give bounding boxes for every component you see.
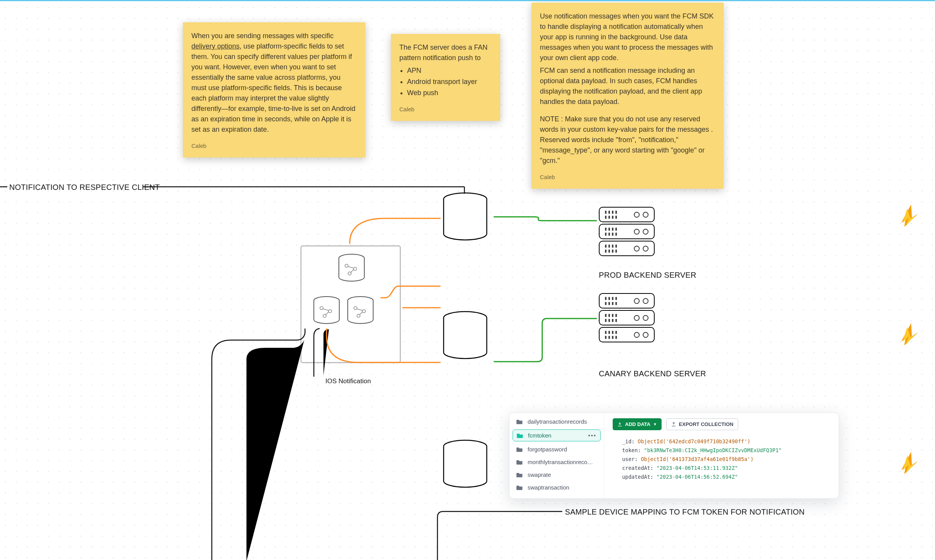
export-icon bbox=[671, 422, 676, 427]
download-icon bbox=[617, 422, 622, 427]
caret-down-icon: ▼ bbox=[653, 422, 657, 426]
note-list-item: Android transport layer bbox=[407, 77, 492, 87]
folder-icon bbox=[516, 447, 523, 452]
note-link-delivery-options[interactable]: delivery options bbox=[191, 42, 240, 50]
label-ios-notification: IOS Notification bbox=[325, 377, 371, 385]
note-author: Caleb bbox=[399, 105, 492, 114]
note-author: Caleb bbox=[191, 142, 357, 151]
sticky-note-delivery-options[interactable]: When you are sending messages with speci… bbox=[183, 22, 365, 158]
sticky-note-fcm-usage[interactable]: Use notification messages when you want … bbox=[531, 3, 724, 189]
folder-icon bbox=[516, 419, 523, 424]
note-list-item: APN bbox=[407, 65, 492, 76]
more-icon[interactable]: ••• bbox=[588, 432, 597, 439]
collection-label: swaprate bbox=[528, 471, 551, 478]
client-bundle-panel bbox=[300, 245, 401, 363]
label-canary-server: CANARY BACKEND SERVER bbox=[599, 369, 706, 378]
note-list-item: Web push bbox=[407, 88, 492, 98]
collection-label: swaptransaction bbox=[528, 484, 569, 491]
note-text: FCM can send a notification message incl… bbox=[540, 65, 715, 107]
db-mini-icon bbox=[313, 296, 340, 326]
collection-label: forgotpassword bbox=[528, 446, 567, 453]
collection-item[interactable]: swaptransaction bbox=[509, 481, 604, 494]
label-prod-server: PROD BACKEND SERVER bbox=[599, 271, 696, 280]
firebase-db-top bbox=[442, 192, 935, 244]
button-label: EXPORT COLLECTION bbox=[679, 421, 734, 427]
folder-icon bbox=[516, 472, 523, 478]
note-text: Use notification messages when you want … bbox=[540, 11, 715, 63]
folder-icon bbox=[516, 459, 523, 465]
firebase-db-mid bbox=[442, 311, 935, 362]
folder-icon bbox=[516, 485, 523, 490]
note-text: NOTE : Make sure that you do not use any… bbox=[540, 114, 715, 166]
button-label: ADD DATA bbox=[625, 421, 650, 427]
collection-list: dailytransactionrecords fcmtoken ••• for… bbox=[509, 413, 604, 498]
label-notification-to-client: NOTIFICATION TO RESPECTIVE CLIENT bbox=[9, 183, 160, 192]
note-text: The FCM server does a FAN pattern notifi… bbox=[399, 42, 492, 63]
document-json: _id: ObjectId('642edcd7c049f710b32490ff'… bbox=[613, 437, 830, 481]
collection-label: fcmtoken bbox=[528, 432, 551, 439]
label-sample-mapping: SAMPLE DEVICE MAPPING TO FCM TOKEN FOR N… bbox=[565, 508, 804, 516]
document-view: ADD DATA ▼ EXPORT COLLECTION _id: Object… bbox=[604, 413, 839, 498]
note-text: When you are sending messages with speci… bbox=[191, 32, 333, 40]
note-author: Caleb bbox=[540, 173, 715, 182]
add-data-button[interactable]: ADD DATA ▼ bbox=[613, 418, 662, 430]
collection-item-selected[interactable]: fcmtoken ••• bbox=[513, 429, 601, 441]
folder-icon bbox=[517, 433, 523, 438]
note-text: , use platform-specific fields to set th… bbox=[191, 42, 355, 133]
sticky-note-fan-pattern[interactable]: The FCM server does a FAN pattern notifi… bbox=[391, 34, 500, 121]
export-collection-button[interactable]: EXPORT COLLECTION bbox=[666, 418, 739, 430]
db-mini-icon bbox=[338, 253, 365, 283]
collection-item[interactable]: monthlytransactionreco… bbox=[509, 456, 604, 468]
collection-item[interactable]: dailytransactionrecords bbox=[509, 415, 604, 428]
mongo-panel[interactable]: dailytransactionrecords fcmtoken ••• for… bbox=[509, 412, 839, 499]
db-mini-icon bbox=[347, 296, 374, 326]
collection-item[interactable]: forgotpassword bbox=[509, 443, 604, 456]
collection-label: monthlytransactionreco… bbox=[528, 459, 593, 465]
collection-item[interactable]: swaprate bbox=[509, 468, 604, 481]
collection-label: dailytransactionrecords bbox=[528, 418, 587, 425]
server-unit bbox=[599, 293, 655, 309]
